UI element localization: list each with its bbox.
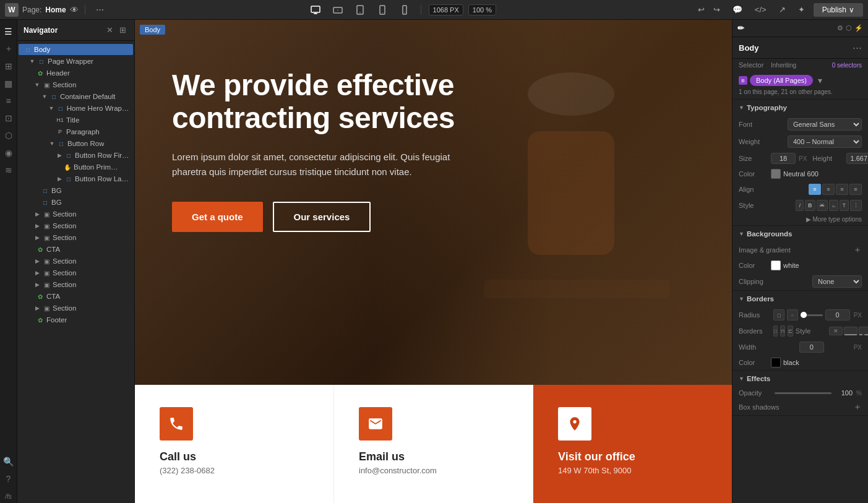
redo-button[interactable]: ↪ [710,3,724,16]
close-navigator-button[interactable]: ✕ [105,25,115,35]
border-all-icon[interactable]: □ [773,325,778,337]
tree-item-container[interactable]: ▼ □ Container Default [19,91,133,102]
align-left-button[interactable]: ≡ [809,184,821,195]
align-justify-button[interactable]: ≡ [849,184,862,195]
tree-item-herowrapper[interactable]: ▼ □ Home Hero Wrapper [19,103,133,114]
tablet-landscape-icon[interactable] [329,3,346,17]
radius-circle-icon[interactable]: ○ [787,309,798,320]
border-top-icon[interactable]: ⊓ [780,325,785,337]
tree-item-bg-1[interactable]: □ BG [19,185,133,196]
navigator-rail-icon[interactable]: ☰ [2,25,15,38]
tree-item-section-6[interactable]: ▶ ▣ Section [19,267,133,278]
add-rail-icon[interactable]: ＋ [2,42,15,56]
border-color-swatch[interactable] [771,358,781,368]
color-swatch[interactable] [771,169,781,179]
height-input[interactable] [846,153,868,164]
expand-navigator-button[interactable]: ⊞ [118,25,128,35]
mobile-icon[interactable] [396,3,413,17]
add-shadow-button[interactable]: ＋ [853,402,862,413]
tree-item-pagewrapper[interactable]: ▼ □ Page Wrapper [19,56,133,67]
tree-item-buttonprimary[interactable]: ✋ Button Prim… [19,161,133,173]
tablet-small-icon[interactable] [374,3,391,17]
border-style-x[interactable]: ✕ [829,327,843,335]
tree-item-section-8[interactable]: ▶ ▣ Section [19,303,133,314]
tree-item-section-1[interactable]: ▼ ▣ Section [19,79,133,90]
help-rail-icon[interactable]: ? [2,472,15,486]
more-options-icon[interactable]: ⋯ [92,3,109,17]
tree-item-footer[interactable]: ✿ Footer [19,314,133,325]
interactions-rail-icon[interactable]: ◉ [2,146,15,160]
border-sides-icon[interactable]: ⊏ [788,325,793,337]
italic-button[interactable]: I [796,200,804,211]
backgrounds-header[interactable]: ▼ Backgrounds [733,226,868,242]
tree-item-cta-2[interactable]: ✿ CTA [19,291,133,302]
share-button[interactable]: ↗ [775,3,789,16]
styles-rail-icon[interactable]: ≡ [2,94,15,108]
uppercase-button[interactable]: T [840,200,849,211]
fs-rail-icon[interactable]: /fs [2,489,15,503]
tree-item-title[interactable]: H1 Title [19,114,133,126]
effects-header[interactable]: ▼ Effects [733,371,868,387]
selectors-count[interactable]: 0 selectors [832,62,862,69]
tree-item-buttonrow-first[interactable]: ▶ □ Button Row Fir… [19,150,133,161]
tree-item-paragraph[interactable]: P Paragraph [19,126,133,137]
typography-header[interactable]: ▼ Typography [733,100,868,116]
tree-item-cta-1[interactable]: ✿ CTA [19,244,133,255]
borders-header[interactable]: ▼ Borders [733,291,868,307]
font-select[interactable]: General Sans [788,118,862,131]
assets-rail-icon[interactable]: ▦ [2,77,15,90]
align-center-button[interactable]: ≡ [822,184,835,195]
settings-icon[interactable]: ⚙ [837,24,843,32]
selector-tag[interactable]: Body (All Pages) [750,75,813,86]
more-type-label[interactable]: More type options [813,216,862,223]
logic-rail-icon[interactable]: ⬡ [2,129,15,142]
border-style-dashed[interactable] [859,327,868,335]
code-button[interactable]: </> [751,3,770,16]
more-style-button[interactable]: ⋮ [850,200,862,211]
tree-item-header[interactable]: ✿ Header [19,67,133,79]
our-services-button[interactable]: Our services [273,202,371,232]
lightning-icon[interactable]: ⚡ [854,24,863,32]
tree-item-section-3[interactable]: ▶ ▣ Section [19,220,133,231]
border-style-solid[interactable] [844,327,857,335]
selector-dropdown-icon[interactable]: ▾ [818,75,822,85]
tree-item-section-7[interactable]: ▶ ▣ Section [19,279,133,290]
strikethrough-button[interactable]: ✕ [817,200,828,211]
desktop-icon[interactable] [307,3,324,17]
tree-item-body[interactable]: □ Body [19,44,133,55]
ai-button[interactable]: ✦ [794,3,809,16]
components-rail-icon[interactable]: ⊞ [2,59,15,73]
undo-button[interactable]: ↩ [694,3,708,16]
weight-select[interactable]: 400 – Normal [788,135,862,148]
adjust-icon[interactable]: ⬡ [846,24,852,32]
search-rail-icon[interactable]: 🔍 [2,455,15,468]
clipping-select[interactable]: None [812,275,862,288]
tree-item-bg-2[interactable]: □ BG [19,197,133,208]
cms-rail-icon[interactable]: ⊡ [2,111,15,125]
bg-color-swatch[interactable] [771,260,781,270]
radius-corner-icon[interactable]: ◻ [773,309,784,320]
opacity-unit: % [856,390,862,397]
radius-slider[interactable] [801,314,823,316]
radius-input[interactable] [825,309,850,320]
canvas[interactable]: We provide effective contracting service… [135,20,732,503]
get-quote-button[interactable]: Get a quote [172,202,263,232]
opacity-bar[interactable] [775,392,831,394]
comment-button[interactable]: 💬 [729,3,746,16]
align-right-button[interactable]: ≡ [836,184,848,195]
size-input[interactable] [771,153,796,164]
eye-icon[interactable]: 👁 [70,5,79,15]
tree-item-section-4[interactable]: ▶ ▣ Section [19,232,133,243]
tree-item-buttonrow[interactable]: ▼ □ Button Row [19,138,133,149]
border-width-input[interactable] [799,342,824,353]
tree-item-section-5[interactable]: ▶ ▣ Section [19,256,133,267]
tree-item-section-2[interactable]: ▶ ▣ Section [19,209,133,220]
underline-button[interactable]: ⎁ [829,200,838,211]
bold-button[interactable]: B [805,200,815,211]
seo-rail-icon[interactable]: ≋ [2,163,15,177]
publish-button[interactable]: Publish ∨ [814,3,863,17]
tree-item-buttonrow-last[interactable]: ▶ □ Button Row La… [19,173,133,184]
add-image-button[interactable]: ＋ [853,244,862,256]
right-panel-more-icon[interactable]: ⋯ [853,42,862,53]
tablet-icon[interactable] [351,3,369,17]
